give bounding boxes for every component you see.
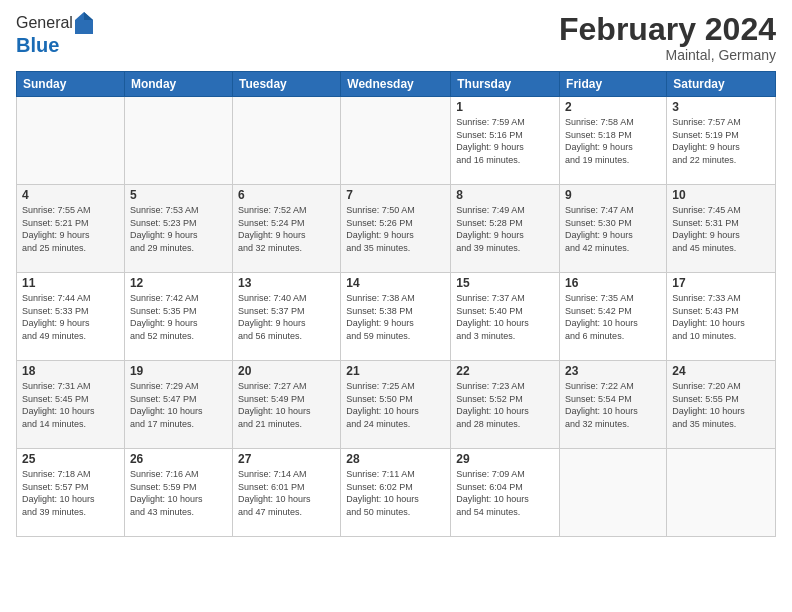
day-number: 27: [238, 452, 335, 466]
calendar-header-row: Sunday Monday Tuesday Wednesday Thursday…: [17, 72, 776, 97]
day-info: Sunrise: 7:25 AM Sunset: 5:50 PM Dayligh…: [346, 380, 445, 430]
day-info: Sunrise: 7:11 AM Sunset: 6:02 PM Dayligh…: [346, 468, 445, 518]
day-info: Sunrise: 7:18 AM Sunset: 5:57 PM Dayligh…: [22, 468, 119, 518]
page: General Blue February 2024 Maintal, Germ…: [0, 0, 792, 612]
table-row: 20Sunrise: 7:27 AM Sunset: 5:49 PM Dayli…: [232, 361, 340, 449]
table-row: 19Sunrise: 7:29 AM Sunset: 5:47 PM Dayli…: [124, 361, 232, 449]
logo-icon: [75, 12, 93, 34]
table-row: 22Sunrise: 7:23 AM Sunset: 5:52 PM Dayli…: [451, 361, 560, 449]
day-number: 2: [565, 100, 661, 114]
col-tuesday: Tuesday: [232, 72, 340, 97]
table-row: 26Sunrise: 7:16 AM Sunset: 5:59 PM Dayli…: [124, 449, 232, 537]
day-info: Sunrise: 7:55 AM Sunset: 5:21 PM Dayligh…: [22, 204, 119, 254]
title-block: February 2024 Maintal, Germany: [559, 12, 776, 63]
day-info: Sunrise: 7:14 AM Sunset: 6:01 PM Dayligh…: [238, 468, 335, 518]
table-row: 25Sunrise: 7:18 AM Sunset: 5:57 PM Dayli…: [17, 449, 125, 537]
table-row: 9Sunrise: 7:47 AM Sunset: 5:30 PM Daylig…: [560, 185, 667, 273]
day-number: 29: [456, 452, 554, 466]
day-info: Sunrise: 7:23 AM Sunset: 5:52 PM Dayligh…: [456, 380, 554, 430]
day-number: 8: [456, 188, 554, 202]
day-number: 15: [456, 276, 554, 290]
table-row: 28Sunrise: 7:11 AM Sunset: 6:02 PM Dayli…: [341, 449, 451, 537]
table-row: 4Sunrise: 7:55 AM Sunset: 5:21 PM Daylig…: [17, 185, 125, 273]
table-row: 15Sunrise: 7:37 AM Sunset: 5:40 PM Dayli…: [451, 273, 560, 361]
table-row: 1Sunrise: 7:59 AM Sunset: 5:16 PM Daylig…: [451, 97, 560, 185]
calendar-week-row: 1Sunrise: 7:59 AM Sunset: 5:16 PM Daylig…: [17, 97, 776, 185]
day-number: 20: [238, 364, 335, 378]
day-number: 9: [565, 188, 661, 202]
day-number: 23: [565, 364, 661, 378]
day-number: 3: [672, 100, 770, 114]
table-row: [667, 449, 776, 537]
subtitle: Maintal, Germany: [559, 47, 776, 63]
day-number: 24: [672, 364, 770, 378]
day-number: 12: [130, 276, 227, 290]
day-info: Sunrise: 7:42 AM Sunset: 5:35 PM Dayligh…: [130, 292, 227, 342]
table-row: 6Sunrise: 7:52 AM Sunset: 5:24 PM Daylig…: [232, 185, 340, 273]
day-info: Sunrise: 7:33 AM Sunset: 5:43 PM Dayligh…: [672, 292, 770, 342]
day-number: 21: [346, 364, 445, 378]
day-info: Sunrise: 7:45 AM Sunset: 5:31 PM Dayligh…: [672, 204, 770, 254]
table-row: 16Sunrise: 7:35 AM Sunset: 5:42 PM Dayli…: [560, 273, 667, 361]
day-number: 16: [565, 276, 661, 290]
table-row: [560, 449, 667, 537]
table-row: [341, 97, 451, 185]
table-row: 18Sunrise: 7:31 AM Sunset: 5:45 PM Dayli…: [17, 361, 125, 449]
day-number: 5: [130, 188, 227, 202]
table-row: 17Sunrise: 7:33 AM Sunset: 5:43 PM Dayli…: [667, 273, 776, 361]
logo-blue-text: Blue: [16, 34, 59, 56]
day-number: 25: [22, 452, 119, 466]
col-wednesday: Wednesday: [341, 72, 451, 97]
table-row: 8Sunrise: 7:49 AM Sunset: 5:28 PM Daylig…: [451, 185, 560, 273]
logo-general-text: General: [16, 14, 73, 32]
col-thursday: Thursday: [451, 72, 560, 97]
table-row: 29Sunrise: 7:09 AM Sunset: 6:04 PM Dayli…: [451, 449, 560, 537]
table-row: 7Sunrise: 7:50 AM Sunset: 5:26 PM Daylig…: [341, 185, 451, 273]
day-info: Sunrise: 7:58 AM Sunset: 5:18 PM Dayligh…: [565, 116, 661, 166]
day-number: 22: [456, 364, 554, 378]
day-info: Sunrise: 7:35 AM Sunset: 5:42 PM Dayligh…: [565, 292, 661, 342]
day-number: 7: [346, 188, 445, 202]
day-info: Sunrise: 7:37 AM Sunset: 5:40 PM Dayligh…: [456, 292, 554, 342]
table-row: 14Sunrise: 7:38 AM Sunset: 5:38 PM Dayli…: [341, 273, 451, 361]
table-row: [17, 97, 125, 185]
calendar: Sunday Monday Tuesday Wednesday Thursday…: [16, 71, 776, 537]
day-number: 14: [346, 276, 445, 290]
table-row: 2Sunrise: 7:58 AM Sunset: 5:18 PM Daylig…: [560, 97, 667, 185]
logo: General Blue: [16, 12, 93, 57]
day-number: 4: [22, 188, 119, 202]
day-info: Sunrise: 7:57 AM Sunset: 5:19 PM Dayligh…: [672, 116, 770, 166]
col-sunday: Sunday: [17, 72, 125, 97]
svg-marker-1: [84, 12, 93, 20]
month-title: February 2024: [559, 12, 776, 47]
day-number: 18: [22, 364, 119, 378]
day-info: Sunrise: 7:20 AM Sunset: 5:55 PM Dayligh…: [672, 380, 770, 430]
day-number: 19: [130, 364, 227, 378]
day-number: 1: [456, 100, 554, 114]
day-number: 28: [346, 452, 445, 466]
day-info: Sunrise: 7:09 AM Sunset: 6:04 PM Dayligh…: [456, 468, 554, 518]
day-number: 26: [130, 452, 227, 466]
table-row: 10Sunrise: 7:45 AM Sunset: 5:31 PM Dayli…: [667, 185, 776, 273]
table-row: 21Sunrise: 7:25 AM Sunset: 5:50 PM Dayli…: [341, 361, 451, 449]
day-number: 6: [238, 188, 335, 202]
table-row: 27Sunrise: 7:14 AM Sunset: 6:01 PM Dayli…: [232, 449, 340, 537]
day-info: Sunrise: 7:16 AM Sunset: 5:59 PM Dayligh…: [130, 468, 227, 518]
table-row: 3Sunrise: 7:57 AM Sunset: 5:19 PM Daylig…: [667, 97, 776, 185]
day-info: Sunrise: 7:40 AM Sunset: 5:37 PM Dayligh…: [238, 292, 335, 342]
col-monday: Monday: [124, 72, 232, 97]
day-info: Sunrise: 7:31 AM Sunset: 5:45 PM Dayligh…: [22, 380, 119, 430]
day-info: Sunrise: 7:44 AM Sunset: 5:33 PM Dayligh…: [22, 292, 119, 342]
day-info: Sunrise: 7:47 AM Sunset: 5:30 PM Dayligh…: [565, 204, 661, 254]
table-row: 11Sunrise: 7:44 AM Sunset: 5:33 PM Dayli…: [17, 273, 125, 361]
day-info: Sunrise: 7:52 AM Sunset: 5:24 PM Dayligh…: [238, 204, 335, 254]
col-saturday: Saturday: [667, 72, 776, 97]
header: General Blue February 2024 Maintal, Germ…: [16, 12, 776, 63]
calendar-week-row: 4Sunrise: 7:55 AM Sunset: 5:21 PM Daylig…: [17, 185, 776, 273]
calendar-week-row: 18Sunrise: 7:31 AM Sunset: 5:45 PM Dayli…: [17, 361, 776, 449]
table-row: 24Sunrise: 7:20 AM Sunset: 5:55 PM Dayli…: [667, 361, 776, 449]
calendar-week-row: 11Sunrise: 7:44 AM Sunset: 5:33 PM Dayli…: [17, 273, 776, 361]
table-row: 23Sunrise: 7:22 AM Sunset: 5:54 PM Dayli…: [560, 361, 667, 449]
day-number: 17: [672, 276, 770, 290]
table-row: [124, 97, 232, 185]
